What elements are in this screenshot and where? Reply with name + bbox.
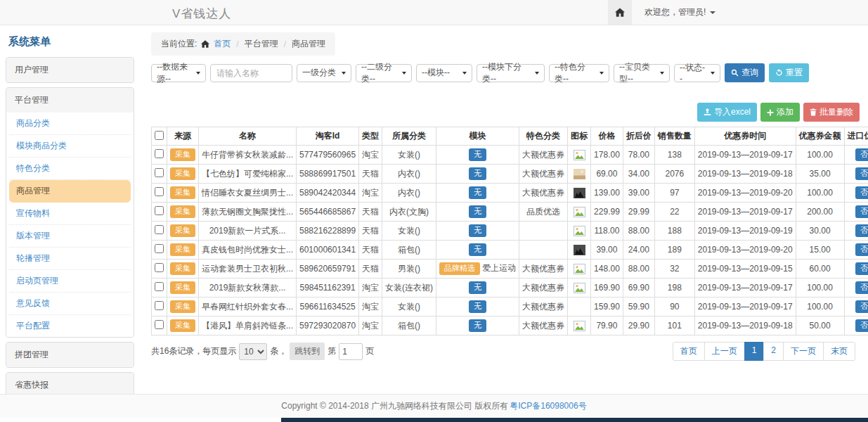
checkbox-cell (152, 298, 167, 316)
checkbox-cell (152, 222, 167, 241)
sidebar-subitem[interactable]: 宣传物料 (9, 203, 131, 225)
home-button[interactable] (608, 0, 632, 25)
filter-select[interactable]: --数据来源-- (151, 64, 206, 82)
import-select-badge[interactable]: 否 (855, 186, 868, 199)
pagination-item[interactable]: 1 (744, 342, 765, 361)
coupon-amount-cell: 30.00 (796, 222, 844, 241)
source-badge: 采集 (170, 205, 195, 218)
pagination-item[interactable]: 末页 (823, 342, 855, 361)
sidebar-subitem[interactable]: 启动页管理 (9, 270, 131, 293)
import-select-cell: 否 (844, 279, 868, 298)
row-checkbox[interactable] (155, 225, 164, 234)
row-checkbox[interactable] (155, 301, 164, 310)
import-select-badge[interactable]: 否 (855, 243, 868, 256)
category-cell: 内衣(文胸) (382, 203, 436, 222)
sidebar-subitem[interactable]: 商品管理 (9, 180, 131, 203)
module-badge: 无 (469, 319, 486, 332)
broken-image-icon (574, 150, 585, 160)
product-name-input[interactable] (210, 64, 292, 82)
row-checkbox[interactable] (155, 263, 164, 272)
jump-suffix: 页 (365, 345, 374, 357)
sidebar-group[interactable]: 用户管理 (6, 58, 134, 82)
row-checkbox[interactable] (155, 320, 164, 329)
import-select-cell: 否 (844, 146, 868, 165)
filter-select[interactable]: --模块-- (416, 64, 472, 82)
trash-icon (810, 108, 817, 116)
add-button[interactable]: 添加 (760, 103, 800, 122)
sidebar-group[interactable]: 省惠快报 (6, 373, 134, 394)
sales-cell: 90 (654, 298, 694, 316)
source-cell: 采集 (167, 165, 199, 184)
user-menu[interactable]: 欢迎您，管理员! (632, 0, 728, 25)
import-select-badge[interactable]: 否 (855, 167, 868, 180)
coupon-amount-cell: 60.00 (796, 260, 844, 279)
category-cell: 内衣() (382, 165, 436, 184)
sidebar-submenu: 商品分类模块商品分类特色分类商品管理宣传物料版本管理轮播管理启动页管理意见反馈平… (6, 113, 134, 337)
row-checkbox[interactable] (155, 149, 164, 158)
row-checkbox[interactable] (155, 187, 164, 196)
category-cell: 内衣() (382, 184, 436, 203)
import-select-badge[interactable]: 否 (855, 300, 868, 313)
feature-cell: 大额优惠券 (519, 260, 568, 279)
import-excel-button[interactable]: 导入excel (697, 103, 757, 122)
row-checkbox[interactable] (155, 282, 164, 291)
column-header: 名称 (199, 127, 297, 146)
chevron-down-icon (711, 72, 715, 75)
sidebar-group[interactable]: 平台管理 (6, 88, 134, 113)
import-select-badge[interactable]: 否 (855, 319, 868, 332)
import-select-badge[interactable]: 否 (855, 205, 868, 218)
reset-button[interactable]: 重置 (769, 63, 809, 82)
row-checkbox[interactable] (155, 168, 164, 177)
sidebar-subitem[interactable]: 意见反馈 (9, 293, 131, 315)
filter-select[interactable]: --二级分类-- (356, 64, 412, 82)
filter-select-value: --特色分类-- (555, 61, 596, 85)
type-cell: 天猫 (359, 241, 382, 260)
import-select-badge[interactable]: 否 (855, 224, 868, 237)
jump-button[interactable]: 跳转到 (290, 343, 325, 360)
name-cell: 2019新款一片式系... (199, 222, 297, 241)
import-select-badge[interactable]: 否 (855, 262, 868, 275)
thumbnail-cell (568, 146, 591, 165)
import-select-badge[interactable]: 否 (855, 148, 868, 161)
sidebar-subitem[interactable]: 版本管理 (9, 225, 131, 248)
sidebar-subitem[interactable]: 平台配置 (9, 315, 131, 337)
import-select-badge[interactable]: 否 (855, 281, 868, 294)
filter-select[interactable]: 一级分类 (297, 64, 351, 82)
checkbox-cell (152, 203, 167, 222)
price-cell: 79.90 (591, 316, 623, 335)
sidebar-subitem[interactable]: 轮播管理 (9, 248, 131, 270)
filter-select[interactable]: --宝贝类型-- (614, 64, 670, 82)
batch-delete-button[interactable]: 批量删除 (803, 103, 860, 122)
sidebar-group[interactable]: 拼团管理 (6, 343, 134, 367)
sidebar-subitem[interactable]: 商品分类 (9, 113, 131, 135)
pagination-item[interactable]: 首页 (673, 342, 705, 361)
module-badge: 无 (469, 243, 486, 256)
type-cell: 天猫 (359, 260, 382, 279)
row-checkbox[interactable] (155, 244, 164, 253)
breadcrumb-home-link[interactable]: 首页 (214, 38, 231, 50)
filter-select[interactable]: --模块下分类-- (477, 64, 545, 82)
sidebar-subitem[interactable]: 特色分类 (9, 158, 131, 180)
jump-page-input[interactable] (339, 343, 363, 360)
icp-link[interactable]: 粤ICP备16098006号 (510, 400, 586, 412)
breadcrumb-separator: / (283, 39, 287, 49)
import-select-cell: 否 (844, 241, 868, 260)
chevron-down-icon (402, 72, 406, 75)
pagination-item[interactable]: 上一页 (704, 342, 745, 361)
filter-select[interactable]: --状态-- (674, 64, 720, 82)
module-badge: 无 (469, 186, 486, 199)
column-header: 淘客Id (297, 127, 359, 146)
pagination-item[interactable]: 下一页 (783, 342, 824, 361)
pagination-item[interactable]: 2 (763, 342, 784, 361)
select-all-checkbox[interactable] (155, 131, 164, 140)
search-button[interactable]: 查询 (725, 63, 765, 82)
filter-select[interactable]: --特色分类-- (549, 64, 609, 82)
per-page-select[interactable]: 10 (239, 343, 267, 360)
sidebar-heading: 系统菜单 (8, 35, 134, 49)
source-cell: 采集 (167, 203, 199, 222)
table-row: 采集牛仔背带裤女秋装减龄...577479560965淘宝女装()无大额优惠券1… (152, 146, 868, 165)
coupon-amount-cell: 100.00 (796, 298, 844, 316)
column-header: 特色分类 (519, 127, 568, 146)
sidebar-subitem[interactable]: 模块商品分类 (9, 135, 131, 158)
row-checkbox[interactable] (155, 206, 164, 215)
